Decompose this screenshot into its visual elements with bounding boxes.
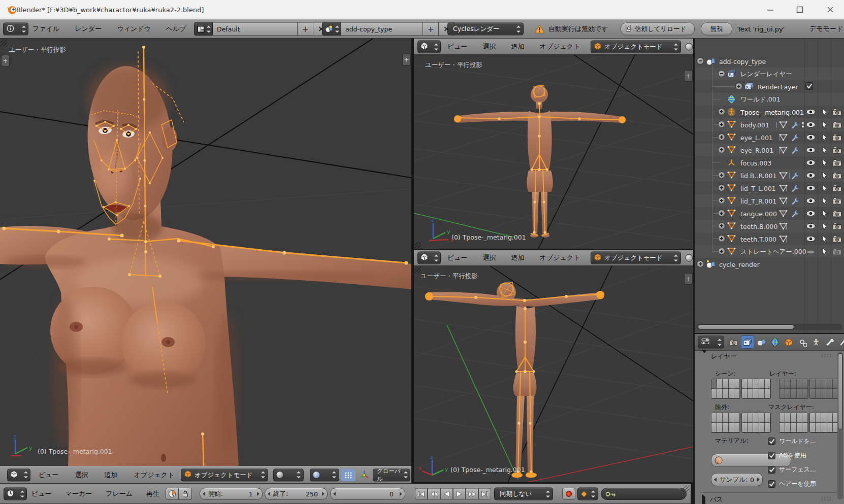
modifier-icon[interactable] bbox=[790, 120, 800, 129]
menu-item[interactable]: ヘルプ bbox=[166, 24, 186, 33]
editor-type-3dview-button[interactable] bbox=[417, 252, 441, 264]
selectability-toggle[interactable] bbox=[820, 196, 830, 205]
visibility-toggle[interactable] bbox=[805, 222, 816, 230]
modifier-dots-icon[interactable] bbox=[801, 120, 805, 129]
layers-panel-collapse[interactable] bbox=[702, 353, 707, 363]
layer-cell[interactable] bbox=[780, 379, 785, 389]
expand-toggle[interactable] bbox=[718, 235, 725, 242]
layer-cell[interactable] bbox=[816, 389, 821, 398]
expand-toggle[interactable] bbox=[718, 70, 725, 77]
add-screen-button[interactable]: + bbox=[298, 22, 313, 36]
exclude-layers-grid[interactable] bbox=[741, 413, 771, 433]
mask-layers-grid[interactable] bbox=[809, 413, 839, 433]
outliner-scrollbar[interactable] bbox=[697, 324, 842, 330]
scene-layers-grid[interactable] bbox=[741, 379, 771, 399]
selectability-toggle[interactable] bbox=[820, 234, 830, 243]
renderability-toggle[interactable] bbox=[832, 209, 842, 218]
layer-cell[interactable] bbox=[729, 389, 734, 398]
layer-cell[interactable] bbox=[765, 423, 770, 432]
layer-cell[interactable] bbox=[802, 413, 808, 423]
outliner-item-label[interactable]: lid_T_L.001 bbox=[740, 184, 776, 192]
outliner-row[interactable]: レンダーレイヤー bbox=[695, 68, 844, 80]
layer-cell[interactable] bbox=[827, 389, 833, 398]
tab-render[interactable] bbox=[727, 335, 740, 349]
layer-cell[interactable] bbox=[780, 413, 785, 423]
render-layers-grid[interactable] bbox=[779, 379, 808, 399]
outliner-row[interactable]: body.001| bbox=[695, 118, 844, 131]
expand-toggle[interactable] bbox=[718, 248, 725, 255]
layer-cell[interactable] bbox=[759, 423, 765, 432]
layer-cell[interactable] bbox=[810, 379, 816, 389]
outliner-item-label[interactable]: focus.003 bbox=[740, 159, 771, 166]
layer-cell[interactable] bbox=[816, 423, 821, 432]
outliner-row[interactable]: teeth.B.000| bbox=[695, 220, 844, 232]
layer-cell[interactable] bbox=[810, 413, 816, 423]
outliner-row[interactable]: add-copy_type bbox=[695, 55, 844, 68]
outliner-item-label[interactable]: lid_T_R.001 bbox=[740, 197, 776, 205]
screen-layout-selector[interactable]: Default + bbox=[194, 23, 329, 36]
outliner-row[interactable]: eye_R.001| bbox=[695, 144, 844, 156]
outliner-row[interactable]: focus.003 bbox=[695, 156, 844, 169]
visibility-toggle[interactable] bbox=[805, 196, 816, 205]
visibility-toggle[interactable] bbox=[805, 171, 816, 180]
expand-toggle[interactable] bbox=[718, 133, 725, 141]
layer-cell[interactable] bbox=[753, 423, 759, 432]
passes-panel-expand[interactable] bbox=[702, 497, 705, 504]
jump-to-start-button[interactable] bbox=[415, 488, 428, 500]
modifier-icon[interactable] bbox=[790, 171, 800, 180]
outliner-panel[interactable]: add-copy_typeレンダーレイヤーRenderLayerワールド.001… bbox=[695, 39, 844, 333]
layer-cell[interactable] bbox=[759, 389, 765, 398]
layer-cell[interactable] bbox=[753, 379, 759, 389]
selectability-toggle[interactable] bbox=[820, 171, 830, 180]
current-frame-field[interactable]: 0 bbox=[330, 488, 405, 500]
layer-cell[interactable] bbox=[765, 389, 770, 398]
menu-item[interactable]: レンダー bbox=[75, 24, 102, 33]
outliner-item-label[interactable]: teeth.B.000 bbox=[740, 222, 778, 230]
preview-range-button[interactable] bbox=[166, 488, 179, 500]
layer-cell[interactable] bbox=[827, 379, 833, 389]
expand-toggle[interactable] bbox=[718, 108, 725, 115]
layer-cell[interactable] bbox=[748, 413, 753, 423]
outliner-row[interactable]: RenderLayer bbox=[695, 80, 844, 93]
outliner-item-label[interactable]: lid.B..R.001 bbox=[740, 172, 776, 179]
add-scene-button[interactable]: + bbox=[423, 22, 439, 36]
layer-cell[interactable] bbox=[729, 413, 734, 423]
layer-cell[interactable] bbox=[816, 413, 821, 423]
tab-bone-constraints[interactable] bbox=[837, 335, 844, 349]
modifier-icon[interactable] bbox=[790, 209, 800, 218]
layer-cell[interactable] bbox=[791, 379, 796, 389]
manipulator-icon[interactable] bbox=[359, 469, 370, 481]
layer-cell[interactable] bbox=[717, 413, 723, 423]
layer-cell[interactable] bbox=[797, 423, 802, 432]
menu-item[interactable]: オブジェクト bbox=[134, 471, 175, 480]
samples-field[interactable]: サンプル:0 bbox=[711, 473, 763, 486]
menu-item[interactable]: オブジェクト bbox=[540, 42, 580, 51]
jump-to-end-button[interactable] bbox=[478, 488, 491, 500]
mask-layers-grid[interactable] bbox=[779, 413, 808, 433]
renderability-toggle[interactable] bbox=[832, 158, 842, 167]
tab-render-layers[interactable] bbox=[741, 335, 754, 349]
properties-expand-tab[interactable]: + bbox=[684, 273, 693, 285]
menu-item[interactable]: ビュー bbox=[447, 42, 468, 51]
layer-cell[interactable] bbox=[802, 423, 808, 432]
editor-type-3dview-button[interactable] bbox=[7, 468, 30, 481]
visibility-toggle[interactable] bbox=[805, 158, 816, 167]
menu-item[interactable]: 選択 bbox=[483, 42, 496, 51]
mode-selector[interactable]: オブジェクトモード bbox=[591, 252, 681, 264]
render-layers-grid[interactable] bbox=[809, 379, 839, 399]
shading-icon[interactable] bbox=[685, 43, 693, 51]
layer-cell[interactable] bbox=[734, 379, 740, 389]
layer-cell[interactable] bbox=[785, 389, 791, 398]
layer-cell[interactable] bbox=[753, 389, 759, 398]
selectability-toggle[interactable] bbox=[820, 120, 830, 129]
layer-cell[interactable] bbox=[791, 389, 796, 398]
selectability-toggle[interactable] bbox=[820, 133, 830, 142]
layer-cell[interactable] bbox=[711, 423, 717, 432]
renderability-toggle[interactable] bbox=[832, 120, 842, 129]
mesh-data-icon[interactable] bbox=[778, 120, 788, 129]
checkbox-use-surfaces[interactable]: サーフェス... bbox=[768, 465, 816, 474]
layer-cell[interactable] bbox=[742, 379, 748, 389]
selectability-toggle[interactable] bbox=[820, 146, 830, 154]
layer-cell[interactable] bbox=[717, 423, 723, 432]
mesh-data-icon[interactable] bbox=[778, 222, 788, 230]
